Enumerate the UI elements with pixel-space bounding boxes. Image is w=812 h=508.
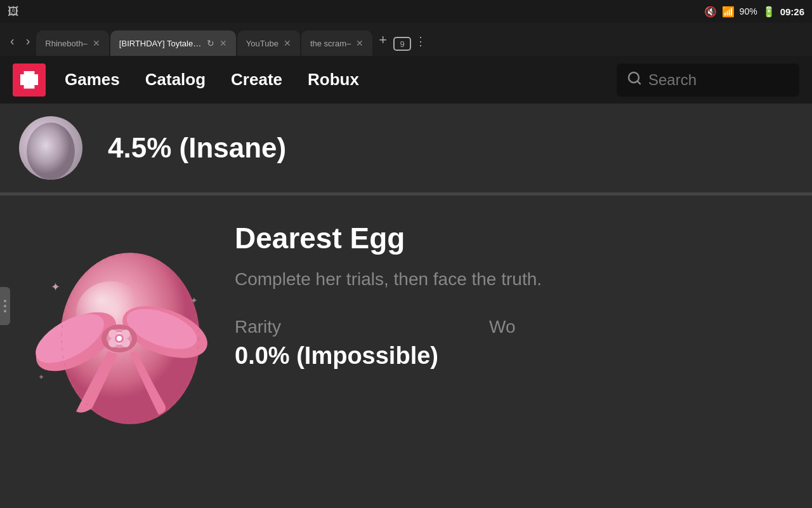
svg-line-1 [638, 81, 640, 83]
tab-bar: ‹ › Rhineboth– ✕ [BIRTHDAY] Toytale Role… [0, 23, 812, 56]
wifi-icon: 📶 [722, 6, 735, 18]
image-icon: 🖼 [8, 5, 19, 18]
tab-label: Rhineboth– [45, 39, 88, 48]
battery-text: 90% [740, 6, 757, 17]
search-icon [627, 70, 642, 90]
svg-point-2 [27, 123, 75, 180]
dearest-egg-image: ✦ ✦ ✦ [19, 215, 222, 424]
content-area: 4.5% (Insane) [0, 104, 812, 508]
svg-point-17 [117, 336, 122, 341]
svg-text:✦: ✦ [51, 281, 60, 293]
tab-menu-button[interactable]: ⋮ [412, 32, 429, 51]
nav-create[interactable]: Create [231, 70, 282, 90]
top-rarity-value: 4.5% (Insane) [108, 132, 286, 164]
right-stat: Wo [489, 317, 516, 370]
tab-label: the scram– [310, 39, 351, 48]
egg-info: Dearest Egg Complete her trials, then fa… [222, 215, 793, 370]
top-egg-image [19, 116, 82, 180]
mute-icon: 🔇 [704, 6, 717, 18]
nav-catalog[interactable]: Catalog [145, 70, 206, 90]
rarity-value: 0.0% (Impossible) [235, 342, 438, 370]
nav-links: Games Catalog Create Robux [65, 70, 598, 90]
tab-scram[interactable]: the scram– ✕ [301, 30, 372, 56]
tab-label: [BIRTHDAY] Toytale Roleplay – [119, 39, 202, 48]
status-bar: 🖼 🔇 📶 90% 🔋 09:26 [0, 0, 812, 23]
status-icons: 🔇 📶 90% 🔋 09:26 [704, 6, 804, 18]
nav-robux[interactable]: Robux [308, 70, 359, 90]
item-description: Complete her trials, then face the truth… [235, 267, 793, 291]
tab-label: YouTube [246, 39, 278, 48]
add-tab-button[interactable]: + [374, 29, 392, 51]
svg-text:✦: ✦ [190, 295, 198, 305]
search-bar[interactable] [617, 64, 799, 97]
roblox-logo[interactable] [13, 64, 46, 97]
search-input[interactable] [648, 71, 789, 89]
tab-rhineboth[interactable]: Rhineboth– ✕ [36, 30, 109, 56]
item-stats: Rarity 0.0% (Impossible) Wo [235, 317, 793, 370]
top-item-stats: 4.5% (Insane) [108, 132, 286, 164]
nav-bar: Games Catalog Create Robux [0, 56, 812, 104]
right-label: Wo [489, 317, 516, 337]
tab-youtube[interactable]: YouTube ✕ [237, 30, 300, 56]
tab-close-rhineboth[interactable]: ✕ [93, 38, 100, 48]
reload-icon[interactable]: ↻ [207, 38, 214, 48]
sidebar-handle[interactable] [0, 287, 10, 325]
item-name: Dearest Egg [235, 221, 793, 255]
tab-birthday[interactable]: [BIRTHDAY] Toytale Roleplay – ↻ ✕ [110, 30, 236, 56]
tab-close-scram[interactable]: ✕ [356, 38, 363, 48]
roblox-logo-icon [20, 71, 38, 89]
tab-count[interactable]: 9 [393, 37, 411, 51]
top-item-section: 4.5% (Insane) [0, 104, 812, 194]
clock: 09:26 [780, 6, 804, 17]
forward-button[interactable]: › [21, 31, 36, 51]
nav-games[interactable]: Games [65, 70, 120, 90]
battery-icon: 🔋 [763, 6, 775, 18]
rarity-label: Rarity [235, 317, 438, 337]
back-button[interactable]: ‹ [5, 31, 20, 51]
tab-close-birthday[interactable]: ✕ [219, 38, 227, 48]
main-item-section: ✦ ✦ ✦ Dearest Egg Complete her trials, t… [0, 196, 812, 443]
handle-dots [4, 300, 6, 312]
svg-text:✦: ✦ [38, 373, 44, 382]
tab-close-youtube[interactable]: ✕ [284, 38, 291, 48]
rarity-stat: Rarity 0.0% (Impossible) [235, 317, 438, 370]
